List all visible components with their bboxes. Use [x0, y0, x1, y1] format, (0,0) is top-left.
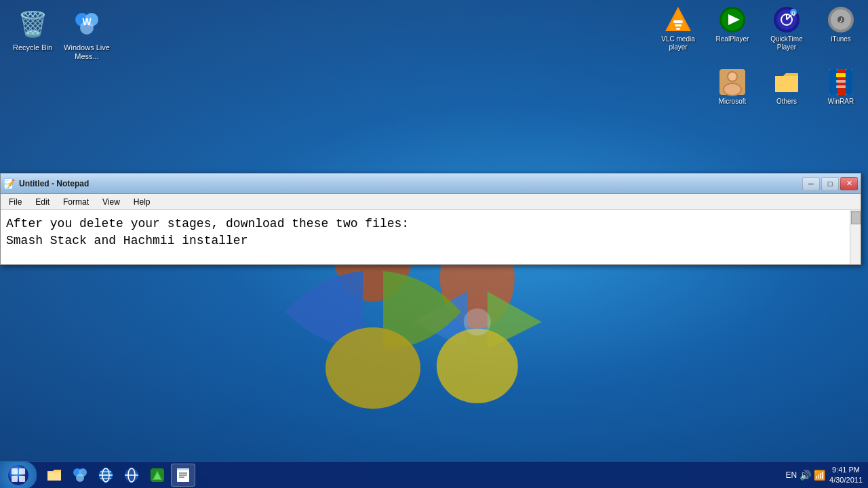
- notepad-window: 📝 Untitled - Notepad ─ □ ✕ File Edit For…: [0, 173, 861, 265]
- realplayer-icon: [718, 5, 747, 34]
- taskbar-explorer[interactable]: [42, 464, 66, 487]
- vlc-icon: [664, 5, 692, 34]
- taskbar: EN 🔊 📶 9:41 PM 4/30/2011: [0, 461, 868, 488]
- notepad-title-icon: 📝: [3, 178, 15, 189]
- others-label: Others: [776, 98, 797, 106]
- quicktime-icon: Q: [772, 5, 801, 34]
- notepad-title-text: Untitled - Notepad: [19, 179, 89, 188]
- taskbar-windows-live[interactable]: [68, 464, 92, 487]
- desktop-icon-realplayer[interactable]: RealPlayer: [711, 5, 754, 52]
- recycle-bin-icon: 🗑️: [16, 8, 49, 41]
- desktop-icon-windows-live[interactable]: W Windows Live Mess...: [60, 5, 114, 64]
- tray-sound-icon: 🔊: [800, 470, 811, 481]
- desktop-icon-winrar[interactable]: WinRAR: [819, 68, 863, 106]
- svg-marker-10: [668, 9, 688, 30]
- recycle-bin-label: Recycle Bin: [13, 43, 52, 52]
- ie2-icon: [123, 467, 140, 483]
- svg-rect-13: [676, 28, 680, 30]
- tray-icons: EN 🔊 📶: [785, 470, 825, 481]
- tray-network-icon: 📶: [814, 470, 825, 481]
- quicktime-label: QuickTime Player: [765, 35, 808, 52]
- notepad-controls: ─ □ ✕: [802, 177, 858, 190]
- close-button[interactable]: ✕: [840, 177, 858, 190]
- taskbar-green-app[interactable]: [145, 464, 170, 487]
- desktop-icon-itunes[interactable]: ♪ iTunes: [819, 5, 863, 52]
- svg-rect-38: [836, 80, 846, 83]
- itunes-icon: ♪: [827, 5, 855, 34]
- winrar-icon: [827, 68, 855, 96]
- windows-live-taskbar-icon: [72, 467, 88, 483]
- ie-icon: [98, 467, 114, 483]
- top-right-icons-row2: Microsoft Others: [711, 68, 863, 106]
- svg-text:W: W: [82, 16, 92, 27]
- svg-point-4: [326, 327, 420, 409]
- windows-live-label: Windows Live Mess...: [62, 43, 111, 61]
- top-right-icons-row1: VLC media player RealPlayer: [656, 5, 863, 52]
- start-orb: [7, 464, 29, 486]
- maximize-button[interactable]: □: [821, 177, 839, 190]
- notepad-scrollbar[interactable]: [850, 210, 861, 264]
- explorer-icon: [46, 467, 62, 483]
- desktop-icon-quicktime[interactable]: Q QuickTime Player: [765, 5, 808, 52]
- notepad-titlebar: 📝 Untitled - Notepad ─ □ ✕: [1, 174, 861, 194]
- svg-rect-41: [12, 468, 18, 474]
- microsoft-icon: [718, 68, 747, 96]
- realplayer-label: RealPlayer: [716, 35, 749, 43]
- menu-help[interactable]: Help: [128, 196, 156, 208]
- svg-rect-42: [19, 468, 25, 474]
- notepad-line2: Smash Stack and Hachmii installer: [6, 232, 844, 249]
- notepad-line1: After you delete your stages, download t…: [6, 216, 844, 232]
- svg-point-40: [8, 465, 28, 485]
- svg-rect-36: [846, 69, 852, 95]
- svg-rect-11: [673, 20, 683, 23]
- menu-format[interactable]: Format: [58, 196, 94, 208]
- notepad-title-left: 📝 Untitled - Notepad: [3, 178, 89, 189]
- desktop-icon-microsoft[interactable]: Microsoft: [711, 68, 754, 106]
- desktop: 🗑️ Recycle Bin W Windows Live Mess...: [0, 0, 868, 488]
- others-icon: [772, 68, 801, 96]
- system-tray: EN 🔊 📶 9:41 PM 4/30/2011: [780, 465, 868, 485]
- itunes-label: iTunes: [831, 35, 851, 43]
- svg-rect-43: [12, 476, 18, 482]
- notepad-text-area: After you delete your stages, download t…: [3, 213, 858, 252]
- tray-date: 4/30/2011: [829, 475, 863, 485]
- taskbar-ie2[interactable]: [119, 464, 144, 487]
- green-app-icon: [149, 467, 165, 483]
- start-button[interactable]: [0, 462, 37, 489]
- minimize-button[interactable]: ─: [802, 177, 820, 190]
- scrollbar-thumb[interactable]: [851, 211, 861, 224]
- notepad-menubar: File Edit Format View Help: [1, 194, 861, 210]
- svg-rect-60: [177, 468, 189, 470]
- menu-view[interactable]: View: [97, 196, 125, 208]
- desktop-icon-recycle-bin[interactable]: 🗑️ Recycle Bin: [5, 5, 60, 55]
- svg-point-47: [76, 474, 84, 482]
- svg-text:Q: Q: [791, 10, 795, 16]
- tray-language: EN: [785, 470, 797, 480]
- tray-time: 9:41 PM: [832, 465, 860, 474]
- svg-point-32: [724, 84, 741, 95]
- svg-rect-39: [836, 85, 846, 88]
- vlc-label: VLC media player: [656, 35, 700, 52]
- taskbar-notepad[interactable]: [171, 464, 195, 487]
- microsoft-label: Microsoft: [719, 98, 747, 106]
- windows-live-icon: W: [71, 8, 103, 41]
- desktop-icon-others[interactable]: Others: [765, 68, 808, 106]
- svg-rect-37: [836, 73, 846, 77]
- svg-point-31: [728, 73, 736, 81]
- menu-edit[interactable]: Edit: [30, 196, 55, 208]
- svg-rect-12: [675, 24, 682, 26]
- desktop-icon-vlc[interactable]: VLC media player: [656, 5, 700, 52]
- menu-file[interactable]: File: [3, 196, 27, 208]
- notepad-content[interactable]: After you delete your stages, download t…: [1, 210, 861, 264]
- tray-clock: 9:41 PM 4/30/2011: [829, 465, 863, 485]
- svg-text:♪: ♪: [839, 15, 843, 24]
- taskbar-ie1[interactable]: [94, 464, 118, 487]
- svg-rect-44: [19, 476, 25, 482]
- notepad-taskbar-icon: [175, 467, 191, 483]
- taskbar-items: [39, 464, 780, 487]
- winrar-label: WinRAR: [828, 98, 854, 106]
